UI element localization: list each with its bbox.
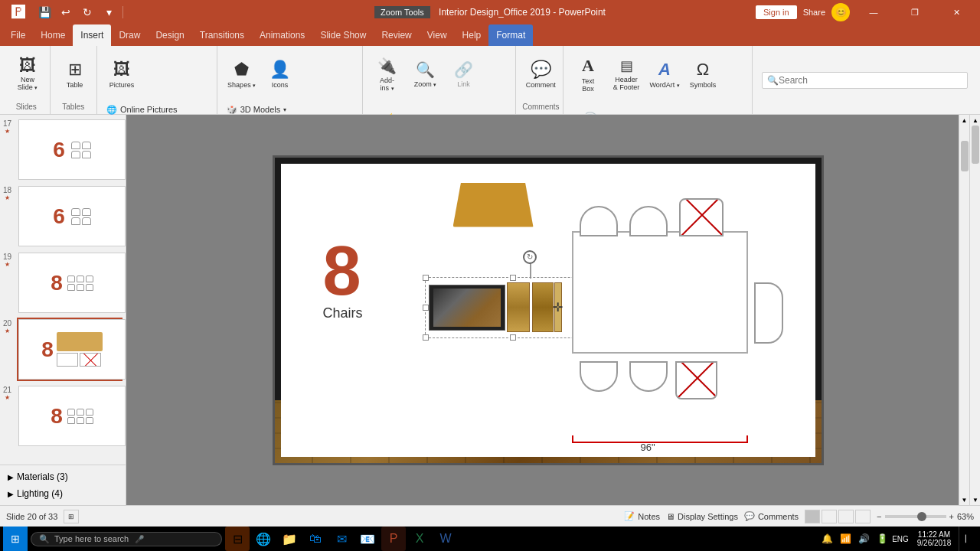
tab-animations[interactable]: Animations (252, 24, 312, 46)
zoom-slider[interactable] (885, 515, 946, 518)
word-app[interactable]: W (433, 527, 458, 551)
tab-format[interactable]: Format (488, 24, 533, 46)
redo-button[interactable]: ↻ (78, 3, 96, 21)
undo-button[interactable]: ↩ (57, 3, 75, 21)
scroll-down-arrow[interactable]: ▼ (959, 494, 970, 505)
materials-section[interactable]: ▶ Materials (3) (6, 468, 119, 485)
scroll-thumb[interactable] (961, 141, 969, 171)
slide-sorter-button[interactable] (822, 510, 837, 523)
tab-transitions[interactable]: Transitions (192, 24, 252, 46)
tab-review[interactable]: Review (374, 24, 419, 46)
powerpoint-app[interactable]: P (381, 527, 406, 551)
panel-scroll-down[interactable]: ▼ (970, 494, 980, 505)
outlook-app[interactable]: 📧 (355, 527, 380, 551)
header-footer-button[interactable]: ▤ Header& Footer (608, 49, 645, 99)
zoom-button[interactable]: 🔍 Zoom ▾ (407, 49, 444, 99)
tab-draw[interactable]: Draw (111, 24, 148, 46)
system-clock[interactable]: 11:22 AM 9/26/2018 (910, 530, 959, 547)
comment-button[interactable]: 💬 Comment (522, 49, 559, 99)
user-avatar[interactable]: 😊 (831, 3, 850, 21)
share-button[interactable]: Share (803, 8, 825, 17)
lighting-section[interactable]: ▶ Lighting (4) (6, 485, 119, 502)
handle-tl[interactable] (423, 275, 429, 281)
search-box[interactable]: 🔍 (762, 72, 968, 89)
panel-scroll-thumb[interactable] (972, 126, 979, 164)
network-icon[interactable]: 📶 (836, 527, 854, 551)
start-button[interactable]: ⊞ (3, 527, 28, 551)
customize-button[interactable]: ▾ (100, 3, 118, 21)
handle-ml[interactable] (423, 305, 429, 311)
shapes-button[interactable]: ⬟ Shapes ▾ (224, 49, 260, 99)
icons-icon: 👤 (270, 60, 290, 80)
language-icon[interactable]: ENG (891, 527, 910, 551)
table-button[interactable]: ⊞ Table (57, 49, 93, 99)
tab-file[interactable]: File (3, 24, 33, 46)
vertical-scrollbar[interactable]: ▲ ▼ (959, 115, 969, 505)
symbols-button[interactable]: Ω Symbols (684, 49, 721, 99)
slide-thumb-17[interactable]: 6 (17, 118, 122, 181)
link-button[interactable]: 🔗 Link (446, 49, 482, 99)
scroll-up-arrow[interactable]: ▲ (959, 115, 970, 126)
excel-app[interactable]: X (407, 527, 432, 551)
slide-thumb-19[interactable]: 8 (17, 251, 122, 315)
wordart-button[interactable]: A WordArt ▾ (646, 49, 683, 99)
search-container: 🔍 (753, 46, 977, 114)
chair-x-top (679, 198, 724, 236)
reading-view-button[interactable] (838, 510, 854, 523)
slide-thumb-21[interactable]: 8 (17, 384, 122, 448)
restore-button[interactable]: ❐ (897, 0, 933, 24)
notes-button[interactable]: 📝 Notes (624, 511, 660, 521)
icons-button[interactable]: 👤 Icons (262, 49, 299, 99)
mail-app[interactable]: ✉ (329, 527, 354, 551)
tab-design[interactable]: Design (148, 24, 191, 46)
pictures-button[interactable]: 🖼 Pictures (103, 49, 140, 99)
file-explorer[interactable]: 📁 (277, 527, 302, 551)
ribbon-group-comments: 💬 Comment Comments (516, 46, 564, 114)
store-app[interactable]: 🛍 (303, 527, 328, 551)
panel-scroll-up[interactable]: ▲ (970, 115, 980, 126)
tab-home[interactable]: Home (33, 24, 73, 46)
slide-thumb-container-20: 20 ★ 8 (3, 318, 122, 381)
comments-group-label: Comments (522, 101, 557, 111)
slide-view-icon[interactable]: ⊞ (64, 510, 79, 523)
close-button[interactable]: ✕ (939, 0, 974, 24)
slide-number-17: 17 (3, 119, 11, 128)
tab-insert[interactable]: Insert (73, 24, 111, 46)
slide-star-20: ★ (5, 328, 10, 334)
slide-thumb-20[interactable]: 8 (17, 318, 122, 381)
handle-bm[interactable] (510, 334, 516, 341)
rotation-handle[interactable]: ↻ (523, 250, 537, 264)
tab-view[interactable]: View (420, 24, 455, 46)
zoom-slider-thumb[interactable] (917, 512, 926, 521)
normal-view-button[interactable] (805, 510, 820, 523)
battery-icon[interactable]: 🔋 (873, 527, 891, 551)
slide-star-19: ★ (5, 261, 10, 268)
title-bar: 🅿 💾 ↩ ↻ ▾ Zoom Tools Interior Design_Off… (0, 0, 980, 24)
show-desktop-button[interactable]: ▏ (959, 527, 977, 551)
handle-bl[interactable] (423, 334, 429, 341)
tab-slideshow[interactable]: Slide Show (312, 24, 374, 46)
sign-in-button[interactable]: Sign in (756, 5, 797, 19)
taskview-button[interactable]: ⊟ (225, 527, 250, 551)
slide-panel-scrollbar[interactable]: ▲ ▼ (969, 115, 980, 505)
comments-button[interactable]: 💬 Comments (744, 511, 799, 521)
minimize-button[interactable]: — (856, 0, 891, 24)
zoom-out-button[interactable]: − (877, 512, 881, 521)
search-input[interactable] (779, 75, 962, 86)
display-settings-button[interactable]: 🖥 Display Settings (666, 512, 738, 521)
slide-thumb-18[interactable]: 6 (17, 184, 122, 248)
text-box-button[interactable]: A TextBox (570, 49, 606, 99)
zoom-in-button[interactable]: + (949, 512, 954, 521)
tab-help[interactable]: Help (455, 24, 489, 46)
notifications-icon[interactable]: 🔔 (818, 527, 836, 551)
taskbar-search[interactable]: 🔍 Type here to search 🎤 (31, 532, 222, 546)
handle-tm[interactable] (510, 275, 516, 281)
microphone-icon: 🎤 (135, 535, 144, 543)
add-ins-button[interactable]: 🔌 Add-ins ▾ (369, 49, 406, 99)
save-button[interactable]: 💾 (35, 3, 54, 21)
slide-stage[interactable]: 8 Chairs ↻ (273, 155, 824, 465)
slideshow-button[interactable] (855, 510, 871, 523)
edge-browser[interactable]: 🌐 (251, 527, 276, 551)
new-slide-button[interactable]: 🖼 NewSlide ▾ (9, 49, 46, 99)
volume-icon[interactable]: 🔊 (854, 527, 873, 551)
